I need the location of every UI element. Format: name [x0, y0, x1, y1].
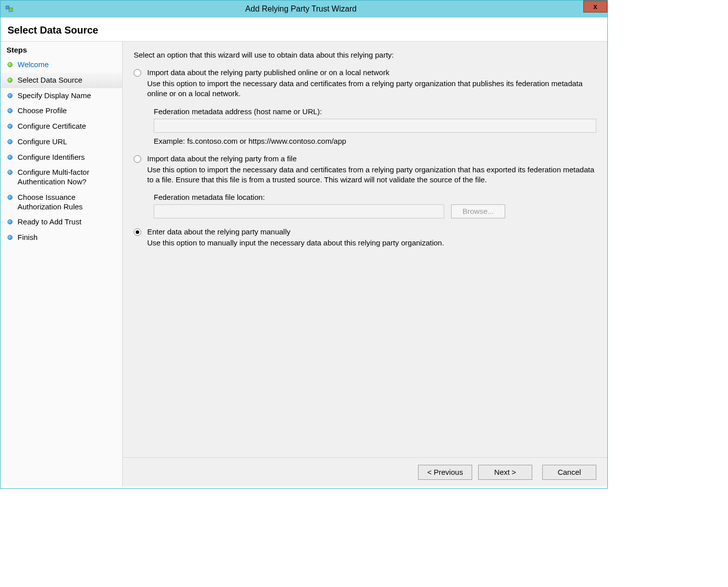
option-manual[interactable]: Enter data about the relying party manua…: [134, 227, 596, 236]
app-icon: [5, 4, 15, 14]
bullet-icon: [8, 195, 13, 200]
step-ready-to-add[interactable]: Ready to Add Trust: [1, 214, 122, 230]
option-import-file[interactable]: Import data about the relying party from…: [134, 154, 596, 163]
steps-header: Steps: [1, 44, 122, 57]
option-label: Import data about the relying party publ…: [147, 68, 390, 77]
wizard-window: Add Relying Party Trust Wizard x Select …: [0, 0, 608, 489]
next-button[interactable]: Next >: [478, 465, 532, 480]
close-icon: x: [593, 3, 597, 11]
metadata-file-input[interactable]: [154, 204, 444, 218]
metadata-address-input[interactable]: [154, 119, 596, 133]
bullet-icon: [8, 124, 13, 129]
footer-buttons: < Previous Next > Cancel: [123, 457, 607, 486]
title-bar: Add Relying Party Trust Wizard x: [1, 1, 607, 18]
main-content: Select an option that this wizard will u…: [123, 42, 607, 457]
step-label: Welcome: [18, 60, 49, 70]
bullet-icon: [8, 170, 13, 175]
metadata-address-block: Federation metadata address (host name o…: [154, 107, 596, 145]
radio-import-file[interactable]: [134, 155, 141, 163]
step-configure-certificate[interactable]: Configure Certificate: [1, 119, 122, 134]
cancel-button[interactable]: Cancel: [542, 465, 596, 480]
intro-text: Select an option that this wizard will u…: [134, 51, 596, 59]
step-label: Choose Profile: [18, 106, 67, 116]
field-label: Federation metadata address (host name o…: [154, 107, 596, 116]
step-welcome[interactable]: Welcome: [1, 57, 122, 73]
option-desc: Use this option to import the necessary …: [147, 165, 596, 185]
bullet-icon: [8, 155, 13, 160]
bullet-icon: [8, 93, 13, 98]
option-desc: Use this option to manually input the ne…: [147, 238, 596, 248]
step-authorization-rules[interactable]: Choose Issuance Authorization Rules: [1, 190, 122, 215]
metadata-file-block: Federation metadata file location: Brows…: [154, 193, 596, 218]
radio-import-online[interactable]: [134, 69, 141, 77]
step-label: Configure Multi-factor Authentication No…: [18, 168, 116, 187]
step-select-data-source[interactable]: Select Data Source: [1, 73, 122, 88]
step-finish[interactable]: Finish: [1, 230, 122, 245]
option-label: Enter data about the relying party manua…: [147, 227, 290, 236]
step-label: Select Data Source: [18, 76, 82, 85]
example-text: Example: fs.contoso.com or https://www.c…: [154, 137, 596, 145]
step-configure-identifiers[interactable]: Configure Identifiers: [1, 150, 122, 165]
steps-sidebar: Steps Welcome Select Data Source Specify…: [1, 42, 123, 486]
radio-manual[interactable]: [134, 228, 141, 236]
page-header: Select Data Source: [1, 18, 607, 42]
bullet-icon: [8, 139, 13, 144]
page-title: Select Data Source: [8, 25, 600, 36]
close-button[interactable]: x: [583, 1, 607, 13]
option-desc: Use this option to import the necessary …: [147, 79, 596, 99]
step-label: Configure Certificate: [18, 122, 86, 131]
step-label: Configure URL: [18, 137, 67, 147]
bullet-icon: [8, 108, 13, 113]
step-configure-mfa[interactable]: Configure Multi-factor Authentication No…: [1, 165, 122, 190]
body: Steps Welcome Select Data Source Specify…: [1, 42, 607, 486]
step-label: Finish: [18, 233, 38, 242]
browse-button[interactable]: Browse...: [451, 204, 505, 218]
step-label: Configure Identifiers: [18, 153, 85, 162]
bullet-icon: [8, 235, 13, 240]
step-specify-display-name[interactable]: Specify Display Name: [1, 88, 122, 104]
step-label: Ready to Add Trust: [18, 217, 82, 227]
step-configure-url[interactable]: Configure URL: [1, 134, 122, 150]
window-title: Add Relying Party Trust Wizard: [15, 5, 607, 14]
bullet-icon: [8, 78, 13, 83]
previous-button[interactable]: < Previous: [418, 465, 472, 480]
option-label: Import data about the relying party from…: [147, 154, 296, 163]
option-import-online[interactable]: Import data about the relying party publ…: [134, 68, 596, 77]
main-panel: Select an option that this wizard will u…: [123, 42, 607, 486]
svg-rect-0: [6, 6, 9, 9]
step-choose-profile[interactable]: Choose Profile: [1, 103, 122, 119]
field-label: Federation metadata file location:: [154, 193, 596, 201]
step-label: Specify Display Name: [18, 91, 91, 101]
bullet-icon: [8, 62, 13, 67]
svg-rect-1: [9, 8, 13, 12]
bullet-icon: [8, 219, 13, 224]
step-label: Choose Issuance Authorization Rules: [18, 193, 116, 212]
